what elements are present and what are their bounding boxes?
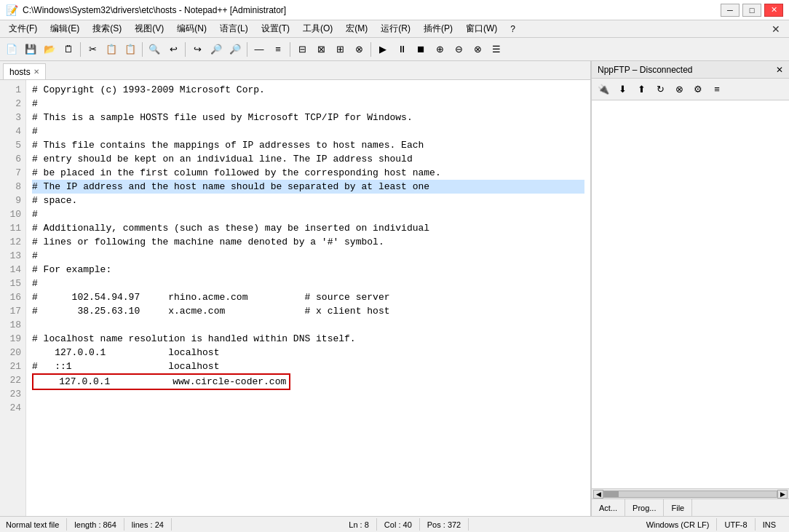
code-line-15: # [32,277,584,290]
code-line-18 [32,318,584,332]
nppftp-scroll-left[interactable]: ◀ [593,490,603,499]
menu-item-9[interactable]: 运行(R) [375,21,416,36]
code-line-11: # Additionally, comments (such as these)… [32,221,584,235]
menu-item-0[interactable]: 文件(F) [3,21,43,36]
status-length: length : 864 [67,518,124,531]
toolbar-btn-3[interactable]: 🗒 [60,41,77,58]
nppftp-footer-tab-0[interactable]: Act... [592,499,625,516]
code-line-1: # Copyright (c) 1993-2009 Microsoft Corp… [32,83,584,97]
code-line-19: # localhost name resolution is handled w… [32,332,584,346]
toolbar-btn-8[interactable]: ↩ [164,41,182,58]
code-content[interactable]: # Copyright (c) 1993-2009 Microsoft Corp… [26,80,590,516]
nppftp-log-button[interactable]: ≡ [708,81,726,98]
menu-item-2[interactable]: 搜索(S) [87,21,127,36]
toolbar-separator-14 [290,42,290,57]
code-line-17: # 38.25.63.10 x.acme.com # x client host [32,304,584,318]
toolbar-btn-0[interactable]: 📄 [3,41,20,58]
toolbar-btn-19[interactable]: ⏸ [393,41,411,58]
editor-tab-hosts[interactable]: hosts ✕ [3,63,46,79]
close-button[interactable]: ✕ [764,4,783,17]
toolbar-btn-12[interactable]: — [250,41,268,58]
toolbar-btn-13[interactable]: ≡ [269,41,287,58]
toolbar-btn-5[interactable]: 📋 [103,41,120,58]
status-file-type: Normal text file [6,518,67,531]
code-line-22: 127.0.0.1 www.circle-coder.com [32,373,584,387]
menu-item-3[interactable]: 视图(V) [129,21,170,36]
editor-panel: hosts ✕ 12345678910111213141516171819202… [0,61,591,516]
line-number-21: 21 [4,360,21,373]
nppftp-footer-tab-1[interactable]: Prog... [625,499,664,516]
line-number-4: 4 [4,124,21,138]
nppftp-connect-button[interactable]: 🔌 [595,81,612,98]
toolbar-separator-4 [80,42,81,57]
menu-item-10[interactable]: 插件(P) [418,21,459,36]
toolbar-btn-24[interactable]: ☰ [488,41,505,58]
toolbar-btn-2[interactable]: 📂 [41,41,58,58]
code-line-10: # [32,207,584,221]
minimize-button[interactable]: ─ [721,4,740,17]
toolbar-btn-14[interactable]: ⊟ [293,41,311,58]
line-number-2: 2 [4,97,21,111]
code-line-8: # The IP address and the host name shoul… [32,180,584,194]
code-line-24 [32,401,584,415]
menu-item-7[interactable]: 工具(O) [297,21,338,36]
status-bar: Normal text file length : 864 lines : 24… [0,516,789,532]
menu-item-6[interactable]: 设置(T) [255,21,296,36]
nppftp-close-button[interactable]: ✕ [776,65,783,75]
status-encoding: UTF-8 [717,518,755,531]
line-number-23: 23 [4,387,21,401]
toolbar-btn-11[interactable]: 🔎 [226,41,244,58]
toolbar-btn-7[interactable]: 🔍 [146,41,163,58]
menu-item-13[interactable]: ✕ [766,22,786,36]
toolbar-separator-18 [370,42,371,57]
line-number-5: 5 [4,138,21,152]
line-number-14: 14 [4,263,21,277]
menu-item-11[interactable]: 窗口(W) [460,21,503,36]
nppftp-scroll-track[interactable] [603,491,777,498]
toolbar-btn-21[interactable]: ⊕ [431,41,448,58]
toolbar-btn-20[interactable]: ⏹ [412,41,429,58]
code-line-12: # lines or following the machine name de… [32,235,584,249]
nppftp-refresh-button[interactable]: ↻ [651,81,669,98]
maximize-button[interactable]: □ [742,4,761,17]
nppftp-settings-button[interactable]: ⚙ [689,81,707,98]
toolbar-btn-22[interactable]: ⊖ [450,41,467,58]
line-number-3: 3 [4,111,21,124]
window-controls: ─ □ ✕ [721,4,783,17]
code-area: 123456789101112131415161718192021222324 … [0,80,590,516]
line-number-19: 19 [4,332,21,346]
line-number-6: 6 [4,152,21,166]
code-line-9: # space. [32,194,584,207]
nppftp-download-button[interactable]: ⬇ [614,81,631,98]
menu-bar: 文件(F)编辑(E)搜索(S)视图(V)编码(N)语言(L)设置(T)工具(O)… [0,20,789,38]
toolbar-btn-9[interactable]: ↪ [189,41,206,58]
nppftp-scrollbar[interactable]: ◀ ▶ [592,488,789,499]
line-number-9: 9 [4,194,21,207]
code-line-21: # ::1 localhost [32,360,584,373]
toolbar-btn-23[interactable]: ⊗ [469,41,486,58]
toolbar-btn-4[interactable]: ✂ [84,41,101,58]
menu-item-4[interactable]: 编码(N) [171,21,213,36]
menu-item-1[interactable]: 编辑(E) [44,21,85,36]
nppftp-abort-button[interactable]: ⊗ [670,81,688,98]
code-line-2: # [32,97,584,111]
status-ins: INS [756,518,783,531]
nppftp-upload-button[interactable]: ⬆ [633,81,650,98]
menu-item-12[interactable]: ? [504,23,521,36]
status-pos: Pos : 372 [420,518,469,531]
toolbar-btn-6[interactable]: 📋 [122,41,139,58]
line-number-22: 22 [4,373,21,387]
toolbar-btn-10[interactable]: 🔎 [207,41,225,58]
toolbar-btn-18[interactable]: ▶ [374,41,392,58]
toolbar-btn-17[interactable]: ⊗ [350,41,368,58]
code-line-13: # [32,249,584,263]
nppftp-footer-tab-2[interactable]: File [664,499,692,516]
toolbar-btn-15[interactable]: ⊠ [312,41,330,58]
menu-item-8[interactable]: 宏(M) [340,21,373,36]
nppftp-scroll-right[interactable]: ▶ [777,490,788,499]
line-number-16: 16 [4,290,21,304]
toolbar-btn-16[interactable]: ⊞ [331,41,349,58]
tab-close-button[interactable]: ✕ [33,68,39,76]
menu-item-5[interactable]: 语言(L) [214,21,254,36]
toolbar-btn-1[interactable]: 💾 [22,41,39,58]
